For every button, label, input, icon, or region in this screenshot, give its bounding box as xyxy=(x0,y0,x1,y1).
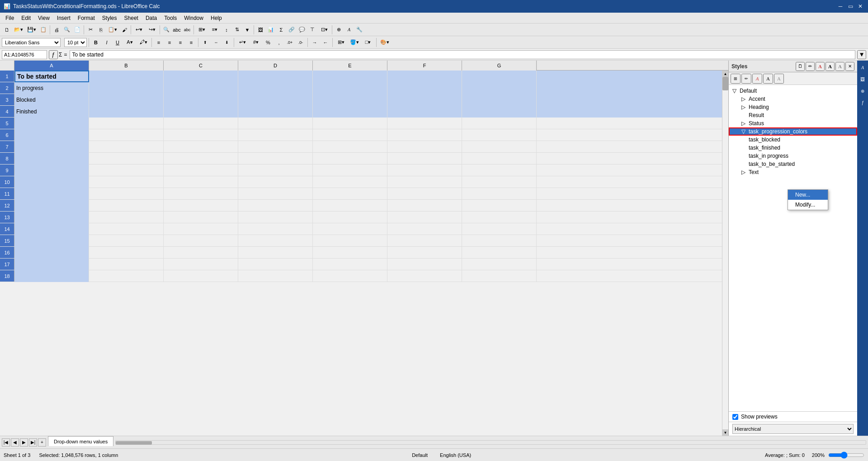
col-header-b[interactable]: B xyxy=(89,61,164,71)
col-header-d[interactable]: D xyxy=(238,61,313,71)
cell-c1[interactable] xyxy=(164,71,238,82)
row-num-9[interactable]: 9 xyxy=(0,165,14,176)
row-num-4[interactable]: 4 xyxy=(0,106,14,117)
cell-f4[interactable] xyxy=(387,106,462,118)
cell-d4[interactable] xyxy=(238,106,313,118)
cell-b4[interactable] xyxy=(89,106,164,118)
align-middle-button[interactable]: ↔ xyxy=(211,38,221,47)
cell-f2[interactable] xyxy=(387,82,462,94)
cell-f1[interactable] xyxy=(387,71,462,82)
cut-button[interactable]: ✂ xyxy=(85,25,95,35)
scroll-track[interactable] xyxy=(722,77,728,429)
ctx-item-new[interactable]: New... xyxy=(788,190,828,200)
cell-f5[interactable] xyxy=(387,118,462,129)
col-header-c[interactable]: C xyxy=(164,61,238,71)
insertspecial-button[interactable]: Σ xyxy=(276,25,286,35)
cell-b2[interactable] xyxy=(89,82,164,94)
percent-button[interactable]: % xyxy=(263,38,273,47)
indent-less-button[interactable]: ← xyxy=(321,38,330,47)
cell-g5[interactable] xyxy=(462,118,537,129)
cell-reference-input[interactable] xyxy=(2,50,47,59)
styles-item-accent[interactable]: ▷ Accent xyxy=(729,95,857,103)
expand-text-icon[interactable]: ▷ xyxy=(741,169,747,175)
cell-g3[interactable] xyxy=(462,94,537,106)
scroll-down-button[interactable]: ▼ xyxy=(722,429,728,436)
styles-item-task-blocked[interactable]: task_blocked xyxy=(729,136,857,144)
row-num-17[interactable]: 17 xyxy=(0,259,14,270)
insertcells-button[interactable]: ⊞▾ xyxy=(195,25,208,35)
minimize-button[interactable]: ─ xyxy=(836,2,844,10)
paste-button[interactable]: 📋▾ xyxy=(106,25,119,35)
print-button[interactable]: 🖨 xyxy=(52,25,61,35)
styles-button[interactable]: A xyxy=(344,25,354,35)
merge-button[interactable]: ⊡▾ xyxy=(318,25,330,35)
menu-help[interactable]: Help xyxy=(207,14,226,22)
h-scroll-track[interactable] xyxy=(115,440,866,445)
menu-edit[interactable]: Edit xyxy=(18,14,34,22)
cell-d3[interactable] xyxy=(238,94,313,106)
highlight-button[interactable]: 🖍▾ xyxy=(137,38,150,47)
col-header-f[interactable]: F xyxy=(387,61,462,71)
styles-A3-button[interactable]: A xyxy=(835,62,844,71)
row-num-14[interactable]: 14 xyxy=(0,223,14,235)
formula-input[interactable] xyxy=(70,50,855,59)
equals-icon[interactable]: = xyxy=(64,52,67,58)
sort-asc-button[interactable]: ↕ xyxy=(222,25,231,35)
save-button[interactable]: 💾▾ xyxy=(25,25,38,35)
close-button[interactable]: ✕ xyxy=(856,2,864,10)
sort-desc-button[interactable]: ⇅ xyxy=(232,25,242,35)
insertlink-button[interactable]: 🔗 xyxy=(287,25,297,35)
clone-button[interactable]: 🖌 xyxy=(119,25,129,35)
cell-c5[interactable] xyxy=(164,118,238,129)
vertical-scrollbar[interactable]: ▲ ▼ xyxy=(722,71,728,436)
align-bottom-button[interactable]: ⬇ xyxy=(222,38,232,47)
formula-expand-button[interactable]: ▼ xyxy=(857,50,866,59)
align-right-button[interactable]: ≡ xyxy=(175,38,185,47)
menu-insert[interactable]: Insert xyxy=(53,14,74,22)
row-num-15[interactable]: 15 xyxy=(0,235,14,246)
styles-item-status[interactable]: ▷ Status xyxy=(729,119,857,127)
decimal-remove-button[interactable]: .0- xyxy=(296,38,306,47)
cell-b1[interactable] xyxy=(89,71,164,82)
rs-gallery-button[interactable]: 🖼 xyxy=(858,74,868,84)
abc-button[interactable]: abc xyxy=(182,25,192,35)
sheet-last-button[interactable]: ▶| xyxy=(29,438,37,447)
align-top-button[interactable]: ⬆ xyxy=(200,38,210,47)
cell-g2[interactable] xyxy=(462,82,537,94)
row-num-2[interactable]: 2 xyxy=(0,82,14,94)
extensions-button[interactable]: 🔧 xyxy=(354,25,364,35)
row-num-6[interactable]: 6 xyxy=(0,129,14,141)
menu-format[interactable]: Format xyxy=(74,14,99,22)
redo-button[interactable]: ↪▾ xyxy=(146,25,158,35)
cell-a3[interactable]: Blocked xyxy=(14,94,89,106)
navigator-button[interactable]: ⊕ xyxy=(334,25,344,35)
shadow-button[interactable]: □▾ xyxy=(362,38,374,47)
styles-item-heading[interactable]: ▷ Heading xyxy=(729,103,857,111)
styles-item-text[interactable]: ▷ Text xyxy=(729,168,857,176)
menu-data[interactable]: Data xyxy=(142,14,160,22)
spell-button[interactable]: abc xyxy=(172,25,182,35)
background-color-button[interactable]: 🪣▾ xyxy=(348,38,361,47)
row-num-3[interactable]: 3 xyxy=(0,94,14,105)
border-button[interactable]: ⊞▾ xyxy=(335,38,347,47)
bold-button[interactable]: B xyxy=(91,38,101,47)
zoom-slider[interactable] xyxy=(828,452,864,459)
sum-icon[interactable]: Σ xyxy=(59,52,62,58)
insertnote-button[interactable]: 💬 xyxy=(297,25,307,35)
row-num-13[interactable]: 13 xyxy=(0,212,14,223)
cell-c4[interactable] xyxy=(164,106,238,118)
find-button[interactable]: 🔍 xyxy=(161,25,171,35)
scroll-thumb[interactable] xyxy=(722,77,728,90)
cell-e1[interactable] xyxy=(313,71,387,82)
show-previews-checkbox[interactable] xyxy=(732,414,738,420)
styles-A-button[interactable]: A xyxy=(816,62,825,71)
insertrows-button[interactable]: ≡▾ xyxy=(208,25,221,35)
align-left-button[interactable]: ≡ xyxy=(154,38,164,47)
cell-a4[interactable]: Finished xyxy=(14,106,89,118)
styles-new-style-button[interactable]: 🗒 xyxy=(796,62,805,71)
menu-tools[interactable]: Tools xyxy=(160,14,180,22)
wrap-button[interactable]: ↵▾ xyxy=(236,38,249,47)
font-size-combo[interactable]: 10 pt xyxy=(64,38,87,47)
rs-functions-button[interactable]: ƒ xyxy=(858,98,868,108)
thousands-button[interactable]: , xyxy=(274,38,284,47)
